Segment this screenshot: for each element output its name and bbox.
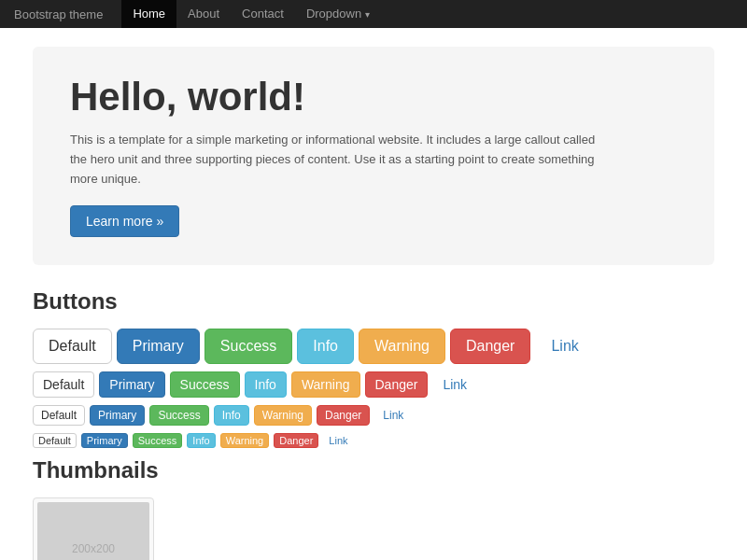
btn-default-sm[interactable]: Default xyxy=(33,405,85,426)
btn-success-xs[interactable]: Success xyxy=(133,433,183,448)
nav-link-about[interactable]: About xyxy=(176,0,231,28)
btn-success-md[interactable]: Success xyxy=(170,371,240,398)
btn-link-md[interactable]: Link xyxy=(432,371,477,398)
button-row-md: Default Primary Success Info Warning Dan… xyxy=(33,371,714,398)
btn-warning-lg[interactable]: Warning xyxy=(359,329,445,364)
nav-link-dropdown[interactable]: Dropdown ▾ xyxy=(295,0,381,29)
btn-success-sm[interactable]: Success xyxy=(149,405,208,426)
learn-more-button[interactable]: Learn more » xyxy=(70,205,179,237)
nav-link-contact[interactable]: Contact xyxy=(231,0,295,28)
btn-primary-md[interactable]: Primary xyxy=(99,371,164,398)
btn-info-lg[interactable]: Info xyxy=(297,329,354,364)
btn-default-xs[interactable]: Default xyxy=(33,433,77,448)
btn-primary-lg[interactable]: Primary xyxy=(117,329,200,364)
btn-default-md[interactable]: Default xyxy=(33,371,94,398)
btn-danger-md[interactable]: Danger xyxy=(365,371,429,398)
buttons-section: Buttons Default Primary Success Info War… xyxy=(33,288,714,448)
btn-danger-sm[interactable]: Danger xyxy=(317,405,370,426)
btn-warning-sm[interactable]: Warning xyxy=(254,405,312,426)
btn-info-xs[interactable]: Info xyxy=(187,433,215,448)
nav-item-dropdown[interactable]: Dropdown ▾ xyxy=(295,0,381,29)
chevron-down-icon: ▾ xyxy=(365,9,370,20)
thumbnail: 200x200 xyxy=(33,497,154,560)
nav-item-home[interactable]: Home xyxy=(121,0,176,29)
button-row-sm: Default Primary Success Info Warning Dan… xyxy=(33,405,714,426)
navbar: Bootstrap theme Home About Contact Dropd… xyxy=(0,0,747,28)
btn-danger-xs[interactable]: Danger xyxy=(274,433,318,448)
thumbnails-section: Thumbnails 200x200 xyxy=(33,457,714,560)
btn-danger-lg[interactable]: Danger xyxy=(450,329,530,364)
hero-heading: Hello, world! xyxy=(70,75,677,119)
btn-success-lg[interactable]: Success xyxy=(204,329,292,364)
btn-info-md[interactable]: Info xyxy=(245,371,287,398)
dropdown-label: Dropdown xyxy=(306,7,361,21)
btn-primary-xs[interactable]: Primary xyxy=(81,433,128,448)
btn-primary-sm[interactable]: Primary xyxy=(90,405,145,426)
btn-default-lg[interactable]: Default xyxy=(33,329,112,364)
hero-description: This is a template for a simple marketin… xyxy=(70,131,612,189)
thumbnail-placeholder: 200x200 xyxy=(37,502,149,560)
btn-info-sm[interactable]: Info xyxy=(214,405,249,426)
button-row-xs: Default Primary Success Info Warning Dan… xyxy=(33,433,714,448)
btn-warning-xs[interactable]: Warning xyxy=(220,433,270,448)
thumbnails-title: Thumbnails xyxy=(33,457,714,483)
navbar-nav: Home About Contact Dropdown ▾ xyxy=(121,0,380,29)
btn-warning-md[interactable]: Warning xyxy=(291,371,360,398)
jumbotron: Hello, world! This is a template for a s… xyxy=(33,47,714,265)
btn-link-xs[interactable]: Link xyxy=(323,433,353,448)
navbar-brand[interactable]: Bootstrap theme xyxy=(14,7,103,21)
button-row-lg: Default Primary Success Info Warning Dan… xyxy=(33,329,714,364)
nav-item-contact[interactable]: Contact xyxy=(231,0,295,29)
buttons-title: Buttons xyxy=(33,288,714,315)
main-content: Hello, world! This is a template for a s… xyxy=(19,28,728,560)
nav-item-about[interactable]: About xyxy=(176,0,231,29)
btn-link-sm[interactable]: Link xyxy=(374,405,412,426)
btn-link-lg[interactable]: Link xyxy=(535,329,594,364)
nav-link-home[interactable]: Home xyxy=(121,0,176,28)
